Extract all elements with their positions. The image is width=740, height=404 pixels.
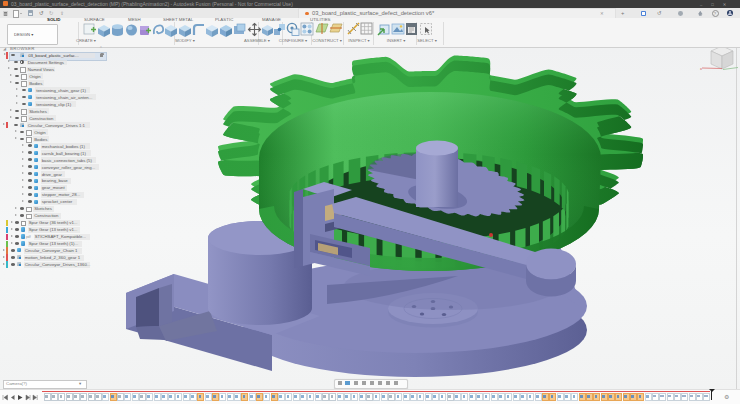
svg-text:x: x: [700, 66, 702, 71]
